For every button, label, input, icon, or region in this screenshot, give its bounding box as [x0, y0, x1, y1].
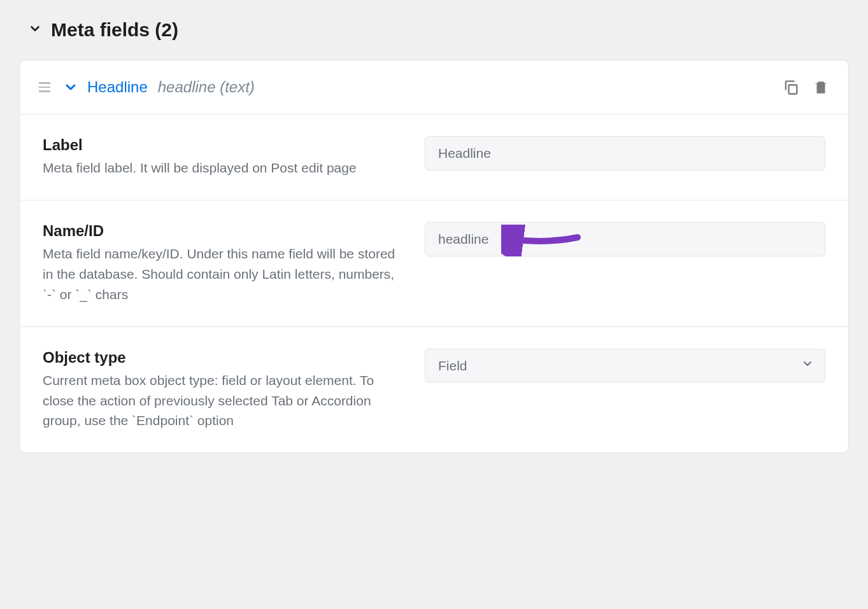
row-objecttype-title: Object type [43, 349, 399, 367]
row-objecttype-info: Object type Current meta box object type… [43, 349, 399, 431]
chevron-down-icon [28, 22, 42, 39]
copy-icon[interactable] [782, 78, 800, 96]
header-actions [782, 78, 829, 96]
row-label-control [425, 136, 825, 171]
row-objecttype-control: Field [425, 349, 825, 382]
row-label-title: Label [43, 136, 399, 154]
meta-field-card: Headline headline (text) Label Meta fiel… [19, 60, 849, 453]
section-title: Meta fields (2) [51, 19, 178, 41]
row-objecttype: Object type Current meta box object type… [20, 327, 848, 453]
row-label-desc: Meta field label. It will be displayed o… [43, 158, 399, 178]
row-nameid-info: Name/ID Meta field name/key/ID. Under th… [43, 222, 399, 305]
field-title[interactable]: Headline [87, 78, 148, 96]
section-header[interactable]: Meta fields (2) [28, 19, 849, 41]
svg-rect-0 [789, 85, 797, 94]
row-label-info: Label Meta field label. It will be displ… [43, 136, 399, 178]
drag-handle-icon[interactable] [39, 82, 50, 92]
row-nameid-desc: Meta field name/key/ID. Under this name … [43, 244, 399, 305]
row-nameid: Name/ID Meta field name/key/ID. Under th… [20, 200, 848, 327]
card-header: Headline headline (text) [20, 60, 848, 115]
row-nameid-title: Name/ID [43, 222, 399, 240]
trash-icon[interactable] [813, 79, 829, 95]
field-subtitle: headline (text) [158, 78, 255, 96]
row-objecttype-desc: Current meta box object type: field or l… [43, 370, 399, 431]
row-nameid-control [425, 222, 825, 256]
row-label: Label Meta field label. It will be displ… [20, 115, 848, 200]
objecttype-select[interactable]: Field [425, 349, 825, 382]
chevron-down-icon[interactable] [63, 80, 78, 95]
label-input[interactable] [425, 136, 825, 171]
nameid-input[interactable] [425, 222, 825, 256]
